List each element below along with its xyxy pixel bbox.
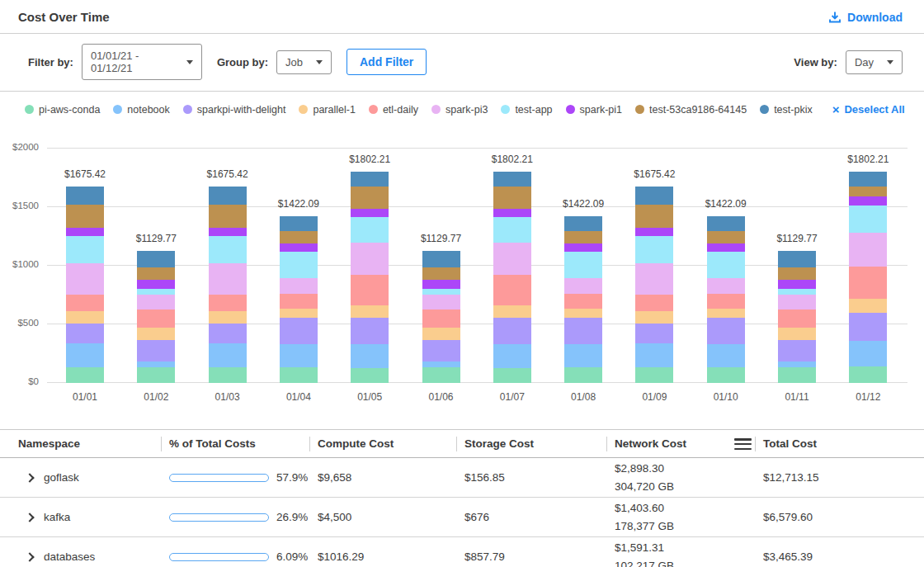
- bar-segment-notebook[interactable]: [137, 361, 175, 367]
- bar-segment-pi-aws-conda[interactable]: [707, 367, 745, 383]
- bar-segment-spark-pi1[interactable]: [280, 243, 318, 253]
- bar-segment-test-app[interactable]: [564, 252, 602, 278]
- bar-segment-sparkpi-with-delight[interactable]: [137, 340, 175, 361]
- expand-chevron-icon[interactable]: [25, 473, 34, 482]
- bar-segment-sparkpi-with-delight[interactable]: [209, 324, 247, 343]
- bar-segment-pi-aws-conda[interactable]: [66, 367, 104, 383]
- bar-segment-spark-pi3[interactable]: [635, 263, 673, 295]
- bar-segment-spark-pi3[interactable]: [66, 263, 104, 295]
- bar-segment-spark-pi3[interactable]: [137, 295, 175, 310]
- col-header-compute-cost[interactable]: Compute Cost: [318, 430, 464, 457]
- legend-item-notebook[interactable]: notebook: [113, 104, 169, 116]
- bar-segment-test-53ca9186-64145[interactable]: [351, 187, 389, 210]
- bar-segment-test-app[interactable]: [137, 289, 175, 295]
- bar-segment-test-pkix[interactable]: [778, 251, 816, 267]
- bar-segment-etl-daily[interactable]: [493, 275, 531, 305]
- bar-segment-test-pkix[interactable]: [635, 187, 673, 205]
- bar-segment-etl-daily[interactable]: [351, 275, 389, 305]
- bar-segment-test-53ca9186-64145[interactable]: [635, 205, 673, 228]
- bar-segment-etl-daily[interactable]: [422, 309, 460, 328]
- bar-segment-etl-daily[interactable]: [66, 295, 104, 311]
- bar-segment-parallel-1[interactable]: [635, 311, 673, 323]
- bar-segment-test-53ca9186-64145[interactable]: [280, 231, 318, 243]
- col-header-network-cost[interactable]: Network Cost: [615, 430, 763, 457]
- deselect-all-button[interactable]: × Deselect All: [832, 103, 905, 116]
- bar-segment-test-53ca9186-64145[interactable]: [707, 231, 745, 243]
- bar-segment-sparkpi-with-delight[interactable]: [564, 318, 602, 344]
- legend-item-etl-daily[interactable]: etl-daily: [369, 104, 418, 116]
- bar-segment-notebook[interactable]: [635, 343, 673, 367]
- bar-segment-test-53ca9186-64145[interactable]: [209, 205, 247, 228]
- bar-segment-pi-aws-conda[interactable]: [209, 367, 247, 383]
- bar-segment-parallel-1[interactable]: [493, 305, 531, 317]
- col-header-storage-cost[interactable]: Storage Cost: [464, 430, 615, 457]
- bar-segment-etl-daily[interactable]: [849, 267, 887, 299]
- bar-segment-notebook[interactable]: [493, 344, 531, 368]
- bar-segment-test-53ca9186-64145[interactable]: [778, 267, 816, 280]
- bar-segment-spark-pi1[interactable]: [137, 280, 175, 289]
- bar-segment-test-pkix[interactable]: [707, 216, 745, 231]
- bar-segment-notebook[interactable]: [564, 344, 602, 367]
- legend-item-sparkpi-with-delight[interactable]: sparkpi-with-delight: [183, 104, 286, 116]
- bar-segment-etl-daily[interactable]: [137, 309, 175, 328]
- bar-segment-pi-aws-conda[interactable]: [351, 368, 389, 383]
- legend-item-spark-pi1[interactable]: spark-pi1: [566, 104, 622, 116]
- bar-segment-sparkpi-with-delight[interactable]: [280, 318, 318, 344]
- bar-segment-test-app[interactable]: [422, 289, 460, 295]
- bar-segment-spark-pi1[interactable]: [778, 280, 816, 289]
- bar-segment-spark-pi3[interactable]: [493, 243, 531, 274]
- bar-segment-test-pkix[interactable]: [351, 172, 389, 187]
- legend-item-test-app[interactable]: test-app: [501, 104, 552, 116]
- bar-segment-test-53ca9186-64145[interactable]: [137, 267, 175, 280]
- bar-segment-notebook[interactable]: [66, 343, 104, 367]
- legend-item-pi-aws-conda[interactable]: pi-aws-conda: [25, 104, 100, 116]
- bar-segment-notebook[interactable]: [422, 361, 460, 367]
- bar-segment-spark-pi1[interactable]: [849, 196, 887, 206]
- bar-segment-parallel-1[interactable]: [209, 311, 247, 323]
- bar-segment-sparkpi-with-delight[interactable]: [778, 340, 816, 361]
- bar-segment-parallel-1[interactable]: [351, 305, 389, 317]
- column-menu-icon[interactable]: [734, 437, 752, 451]
- bar-segment-notebook[interactable]: [849, 341, 887, 366]
- bar-segment-test-pkix[interactable]: [849, 172, 887, 187]
- bar-segment-parallel-1[interactable]: [422, 328, 460, 340]
- col-header-namespace[interactable]: Namespace: [18, 430, 169, 457]
- bar-segment-pi-aws-conda[interactable]: [137, 367, 175, 383]
- bar-segment-spark-pi1[interactable]: [66, 228, 104, 236]
- bar-segment-test-app[interactable]: [849, 206, 887, 233]
- bar-segment-test-pkix[interactable]: [493, 172, 531, 187]
- expand-chevron-icon[interactable]: [25, 552, 34, 561]
- col-header-pct-total-costs[interactable]: % of Total Costs: [169, 430, 318, 457]
- add-filter-button[interactable]: Add Filter: [346, 49, 427, 75]
- bar-segment-sparkpi-with-delight[interactable]: [849, 313, 887, 341]
- bar-segment-sparkpi-with-delight[interactable]: [351, 318, 389, 344]
- bar-segment-parallel-1[interactable]: [778, 328, 816, 340]
- bar-segment-etl-daily[interactable]: [280, 294, 318, 309]
- bar-segment-pi-aws-conda[interactable]: [493, 368, 531, 383]
- bar-segment-notebook[interactable]: [209, 343, 247, 367]
- bar-segment-spark-pi1[interactable]: [209, 228, 247, 236]
- download-button[interactable]: Download: [828, 11, 903, 24]
- group-by-select[interactable]: Job: [276, 50, 332, 74]
- bar-segment-test-pkix[interactable]: [422, 251, 460, 267]
- bar-segment-etl-daily[interactable]: [635, 295, 673, 311]
- bar-segment-spark-pi3[interactable]: [280, 278, 318, 293]
- bar-segment-test-pkix[interactable]: [66, 187, 104, 205]
- bar-segment-spark-pi3[interactable]: [209, 263, 247, 295]
- bar-segment-test-53ca9186-64145[interactable]: [493, 187, 531, 210]
- bar-segment-test-app[interactable]: [635, 236, 673, 263]
- date-range-select[interactable]: 01/01/21 - 01/12/21: [82, 44, 202, 80]
- bar-segment-pi-aws-conda[interactable]: [635, 367, 673, 383]
- bar-segment-spark-pi3[interactable]: [422, 295, 460, 310]
- bar-segment-spark-pi1[interactable]: [707, 243, 745, 253]
- bar-segment-pi-aws-conda[interactable]: [422, 367, 460, 383]
- bar-segment-notebook[interactable]: [351, 344, 389, 368]
- bar-segment-test-pkix[interactable]: [564, 216, 602, 231]
- bar-segment-sparkpi-with-delight[interactable]: [707, 318, 745, 344]
- legend-item-parallel-1[interactable]: parallel-1: [299, 104, 355, 116]
- bar-segment-pi-aws-conda[interactable]: [564, 367, 602, 383]
- col-header-total-cost[interactable]: Total Cost: [763, 430, 924, 457]
- bar-segment-etl-daily[interactable]: [707, 294, 745, 309]
- bar-segment-spark-pi3[interactable]: [707, 278, 745, 293]
- bar-segment-pi-aws-conda[interactable]: [280, 367, 318, 383]
